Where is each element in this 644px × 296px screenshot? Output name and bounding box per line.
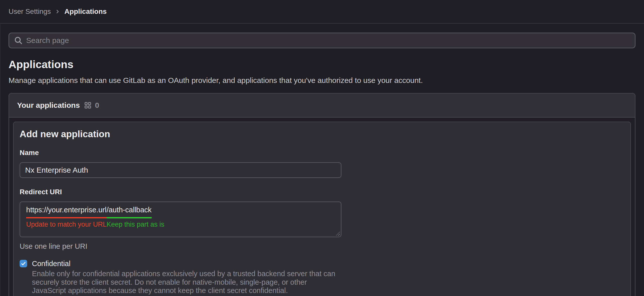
page-description: Manage applications that can use GitLab … xyxy=(9,76,635,85)
breadcrumb: User Settings Applications xyxy=(9,8,107,16)
breadcrumb-applications: Applications xyxy=(64,8,107,16)
confidential-row: Confidential Enable only for confidentia… xyxy=(20,259,624,295)
add-application-card: Add new application Name Redirect URI ht… xyxy=(13,122,631,296)
checkmark-icon xyxy=(21,261,26,266)
add-application-title: Add new application xyxy=(20,129,624,140)
your-applications-title: Your applications xyxy=(17,101,80,110)
redirect-uri-textarea[interactable]: https://your.enterprise.url /auth-callba… xyxy=(20,202,341,237)
confidential-text-block: Confidential Enable only for confidentia… xyxy=(32,259,343,295)
textarea-resize-handle[interactable] xyxy=(335,231,340,236)
redirect-uri-label: Redirect URI xyxy=(20,188,624,196)
annotation-keep-part: Keep this part as is xyxy=(107,221,165,228)
search-bar[interactable] xyxy=(9,33,635,48)
your-applications-panel: Your applications 0 Add new application … xyxy=(9,93,635,296)
breadcrumb-bar: User Settings Applications xyxy=(0,0,644,24)
applications-count-badge: 0 xyxy=(95,101,99,110)
chevron-right-icon xyxy=(55,9,60,14)
your-applications-body: Add new application Name Redirect URI ht… xyxy=(9,118,635,296)
redirect-uri-hint: Use one line per URI xyxy=(20,242,624,251)
redirect-uri-path-segment: /auth-callback xyxy=(107,206,152,218)
annotation-update-url: Update to match your URL xyxy=(26,218,107,228)
confidential-label[interactable]: Confidential xyxy=(32,259,343,268)
page-title: Applications xyxy=(9,58,635,70)
redirect-uri-value: https://your.enterprise.url /auth-callba… xyxy=(26,206,341,228)
settings-content: Applications Manage applications that ca… xyxy=(0,33,644,296)
application-name-input[interactable] xyxy=(20,162,341,178)
window-edge-strip xyxy=(0,24,1,296)
confidential-checkbox[interactable] xyxy=(20,260,27,267)
applications-grid-icon xyxy=(84,102,91,109)
search-input[interactable] xyxy=(26,33,635,48)
your-applications-header: Your applications 0 xyxy=(9,93,635,118)
breadcrumb-user-settings[interactable]: User Settings xyxy=(9,8,51,16)
redirect-uri-host-segment: https://your.enterprise.url xyxy=(26,206,107,218)
confidential-help: Enable only for confidential application… xyxy=(32,270,343,295)
name-label: Name xyxy=(20,149,624,157)
search-icon xyxy=(14,36,23,45)
